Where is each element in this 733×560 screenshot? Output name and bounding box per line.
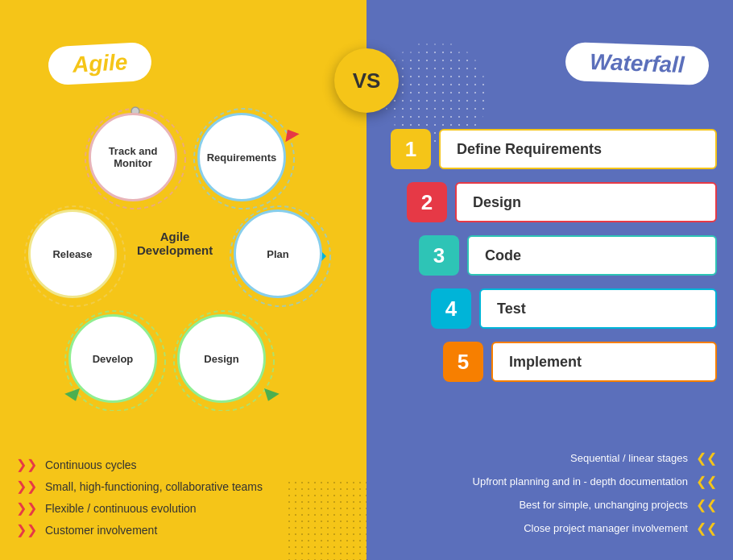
- vs-badge: VS: [334, 48, 399, 113]
- step-label-4: Test: [497, 301, 526, 317]
- svg-marker-9: [261, 388, 280, 404]
- step-num-label-3: 3: [433, 243, 445, 268]
- step-bar-5: Implement: [491, 342, 717, 382]
- svg-marker-10: [64, 388, 83, 404]
- develop-label: Develop: [93, 353, 134, 365]
- plan-label: Plan: [267, 248, 288, 260]
- step-label-5: Implement: [509, 354, 582, 371]
- right-bullet-1: Sequential / linear stages ❮❮: [383, 450, 717, 466]
- right-bullet-text-4: Close project manager involvement: [524, 522, 688, 534]
- step-bar-2: Design: [455, 182, 717, 222]
- step-bar-1: Define Requirements: [439, 129, 717, 169]
- bullet-text-4: Customer involvement: [45, 524, 157, 537]
- bullet-icon-2: ❯❯: [16, 479, 37, 494]
- waterfall-bullets: Sequential / linear stages ❮❮ Upfront pl…: [383, 450, 717, 544]
- right-panel: Waterfall 1 Define Requirements 2 Design…: [366, 0, 733, 560]
- svg-marker-7: [280, 126, 299, 142]
- right-bullet-text-3: Best for simple, unchanging projects: [519, 499, 688, 511]
- waterfall-title-wrapper: Waterfall: [565, 42, 709, 85]
- step-number-4: 4: [431, 288, 471, 329]
- step-row-5: 5 Implement: [443, 342, 717, 382]
- bullet-1: ❯❯ Continuous cycles: [16, 457, 263, 472]
- step-num-label-2: 2: [421, 190, 433, 215]
- waterfall-title: Waterfall: [590, 49, 685, 77]
- step-number-3: 3: [419, 235, 459, 276]
- step-number-1: 1: [391, 129, 431, 169]
- waterfall-steps: 1 Define Requirements 2 Design 3 Code: [391, 129, 717, 395]
- cycle-container: Track andMonitor Requirements Plan Desig…: [16, 105, 338, 411]
- bullet-icon-1: ❯❯: [16, 457, 37, 472]
- agile-bullets: ❯❯ Continuous cycles ❯❯ Small, high-func…: [16, 457, 263, 544]
- step-num-label-4: 4: [445, 297, 457, 321]
- right-bullet-3: Best for simple, unchanging projects ❮❮: [383, 497, 717, 512]
- bullet-text-1: Continuous cycles: [45, 458, 137, 471]
- step-num-label-1: 1: [405, 137, 416, 162]
- right-bullet-text-1: Sequential / linear stages: [570, 452, 688, 464]
- step-label-1: Define Requirements: [457, 141, 602, 158]
- bullet-text-2: Small, high-functioning, collaborative t…: [45, 480, 263, 493]
- right-bullet-icon-3: ❮❮: [696, 497, 717, 512]
- left-panel: Agile: [0, 0, 366, 560]
- requirements-node: Requirements: [197, 113, 286, 201]
- right-bullet-2: Upfront planning and in - depth document…: [383, 474, 717, 489]
- track-node: Track andMonitor: [89, 113, 177, 201]
- step-row-1: 1 Define Requirements: [391, 129, 717, 169]
- vs-text: VS: [353, 68, 381, 93]
- agile-title-wrapper: Agile: [48, 42, 153, 86]
- bullet-text-3: Flexible / continuous evolution: [45, 502, 197, 515]
- bullet-3: ❯❯ Flexible / continuous evolution: [16, 500, 263, 516]
- right-bullet-4: Close project manager involvement ❮❮: [383, 521, 717, 536]
- right-bullet-text-2: Upfront planning and in - depth document…: [473, 475, 688, 487]
- bullet-2: ❯❯ Small, high-functioning, collaborativ…: [16, 479, 263, 494]
- step-label-3: Code: [485, 247, 521, 264]
- step-num-label-5: 5: [458, 350, 469, 375]
- step-row-3: 3 Code: [419, 235, 717, 276]
- step-row-2: 2 Design: [407, 182, 717, 222]
- right-bullet-icon-2: ❮❮: [696, 474, 717, 489]
- requirements-label: Requirements: [207, 151, 277, 164]
- develop-node: Develop: [68, 314, 157, 403]
- center-label: AgileDevelopment: [137, 230, 213, 257]
- step-row-4: 4 Test: [431, 288, 717, 329]
- agile-title: Agile: [72, 49, 128, 77]
- right-bullet-icon-4: ❮❮: [696, 521, 717, 536]
- bullet-icon-4: ❯❯: [16, 522, 37, 537]
- design-agile-label: Design: [204, 353, 238, 365]
- release-node: Release: [28, 209, 117, 298]
- step-number-5: 5: [443, 342, 483, 382]
- step-bar-4: Test: [479, 288, 717, 329]
- bullet-icon-3: ❯❯: [16, 500, 37, 516]
- plan-node: Plan: [234, 209, 322, 298]
- track-label: Track andMonitor: [109, 145, 158, 169]
- bullet-4: ❯❯ Customer involvement: [16, 522, 263, 537]
- release-label: Release: [52, 248, 92, 260]
- agile-development-label: AgileDevelopment: [137, 230, 213, 257]
- step-bar-3: Code: [467, 235, 717, 276]
- right-bullet-icon-1: ❮❮: [696, 450, 717, 466]
- step-label-2: Design: [473, 194, 521, 211]
- step-number-2: 2: [407, 182, 447, 222]
- design-agile-node: Design: [177, 314, 266, 403]
